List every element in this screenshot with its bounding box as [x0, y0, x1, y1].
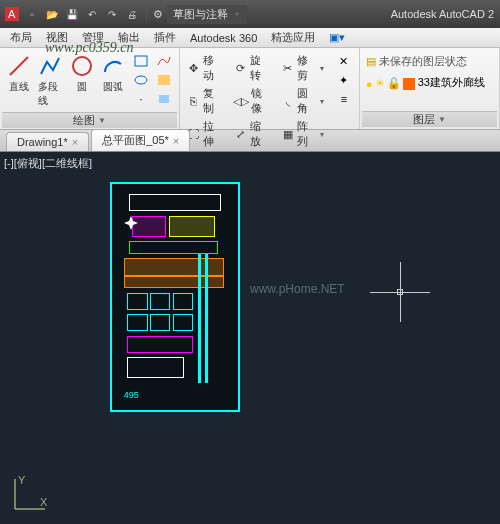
crosshair-cursor [370, 262, 430, 322]
svg-rect-11 [159, 95, 169, 103]
sun-icon[interactable]: ☀ [375, 77, 385, 90]
close-icon[interactable]: × [72, 136, 78, 148]
workspace-label: 草图与注释 [173, 7, 228, 22]
viewport-label[interactable]: [-][俯视][二维线框] [4, 156, 92, 171]
array-button[interactable]: ▦阵列▾ [278, 118, 327, 150]
workspace-selector[interactable]: 草图与注释 ▼ [167, 5, 247, 24]
tab-siteplan[interactable]: 总平面图_05*× [91, 129, 190, 151]
menu-output[interactable]: 输出 [112, 28, 146, 47]
menu-a360[interactable]: Autodesk 360 [184, 30, 263, 46]
svg-point-9 [135, 76, 147, 84]
circle-button[interactable]: 圆 [67, 52, 97, 110]
undo-icon[interactable]: ↶ [84, 6, 100, 22]
svg-rect-8 [135, 56, 147, 66]
rotate-button[interactable]: ⟳旋转 [231, 52, 272, 84]
print-icon[interactable]: 🖨 [124, 6, 140, 22]
rectangle-icon[interactable] [130, 52, 152, 70]
open-icon[interactable]: 📂 [44, 6, 60, 22]
svg-text:A: A [8, 8, 16, 20]
mirror-button[interactable]: ◁▷镜像 [231, 85, 272, 117]
ribbon: 直线 多段线 圆 圆弧 [0, 48, 500, 130]
app-title: Autodesk AutoCAD 2 [391, 8, 494, 20]
layer-color-swatch [403, 78, 415, 90]
menu-layout[interactable]: 布局 [4, 28, 38, 47]
menu-bar: 布局 视图 管理 输出 插件 Autodesk 360 精选应用 ▣▾ [0, 28, 500, 48]
layer-current-label: 33建筑外廊线 [418, 75, 485, 90]
layer-state-label: 未保存的图层状态 [379, 54, 467, 69]
line-label: 直线 [9, 80, 29, 94]
offset-icon[interactable]: ≡ [333, 90, 355, 108]
arc-button[interactable]: 圆弧 [99, 52, 129, 110]
watermark-canvas: www.pHome.NET [250, 282, 345, 296]
separator [146, 6, 147, 22]
erase-icon[interactable]: ✕ [333, 52, 355, 70]
svg-rect-10 [158, 75, 170, 85]
stretch-button[interactable]: ⛶拉伸 [184, 118, 225, 150]
move-button[interactable]: ✥移动 [184, 52, 225, 84]
menu-manage[interactable]: 管理 [76, 28, 110, 47]
explode-icon[interactable]: ✦ [333, 71, 355, 89]
hatch-icon[interactable] [153, 71, 175, 89]
menu-featured[interactable]: 精选应用 [265, 28, 321, 47]
drawing-scale-text: 495 [124, 390, 139, 400]
tab-drawing1[interactable]: Drawing1*× [6, 132, 89, 151]
region-icon[interactable] [153, 90, 175, 108]
scale-button[interactable]: ⤢缩放 [231, 118, 272, 150]
polyline-label: 多段线 [38, 80, 64, 108]
close-icon[interactable]: × [173, 135, 179, 147]
polyline-button[interactable]: 多段线 [36, 52, 66, 110]
layer-state-row[interactable]: ▤ 未保存的图层状态 [364, 52, 495, 71]
redo-icon[interactable]: ↷ [104, 6, 120, 22]
svg-point-7 [73, 57, 91, 75]
circle-label: 圆 [77, 80, 87, 94]
bulb-icon[interactable]: ● [366, 78, 373, 90]
gear-icon[interactable]: ⚙ [153, 8, 163, 21]
ribbon-panel-modify: ✥移动 ⎘复制 ⛶拉伸 ⟳旋转 ◁▷镜像 ⤢缩放 ✂修剪▾ ◟圆角▾ ▦阵列▾ … [180, 48, 360, 129]
title-bar: A ▫ 📂 💾 ↶ ↷ 🖨 ⚙ 草图与注释 ▼ Autodesk AutoCAD… [0, 0, 500, 28]
copy-button[interactable]: ⎘复制 [184, 85, 225, 117]
drawing-canvas[interactable]: [-][俯视][二维线框] 495 XY www.pHome.NET [0, 152, 500, 524]
trim-button[interactable]: ✂修剪▾ [278, 52, 327, 84]
svg-text:Y: Y [18, 474, 26, 486]
point-icon[interactable]: · [130, 90, 152, 108]
menu-view[interactable]: 视图 [40, 28, 74, 47]
svg-line-6 [10, 57, 28, 75]
draw-panel-title[interactable]: 绘图▼ [2, 112, 177, 128]
arc-label: 圆弧 [103, 80, 123, 94]
ellipse-icon[interactable] [130, 71, 152, 89]
menu-plugins[interactable]: 插件 [148, 28, 182, 47]
layer-panel-title[interactable]: 图层▼ [362, 111, 497, 127]
spline-icon[interactable] [153, 52, 175, 70]
chevron-down-icon: ▼ [233, 10, 241, 19]
fillet-button[interactable]: ◟圆角▾ [278, 85, 327, 117]
new-icon[interactable]: ▫ [24, 6, 40, 22]
draw-small-grid: · [130, 52, 175, 110]
menu-expand-icon[interactable]: ▣▾ [323, 29, 351, 46]
ucs-icon[interactable]: XY [10, 474, 50, 514]
svg-text:X: X [40, 496, 48, 508]
ribbon-panel-layer: ▤ 未保存的图层状态 ● ☀ 🔓 33建筑外廊线 图层▼ [360, 48, 500, 129]
drawing-viewport[interactable]: 495 [110, 182, 240, 412]
ribbon-panel-draw: 直线 多段线 圆 圆弧 [0, 48, 180, 129]
lock-icon[interactable]: 🔓 [387, 77, 401, 90]
line-button[interactable]: 直线 [4, 52, 34, 110]
layer-props-icon[interactable]: ▤ [366, 55, 376, 68]
save-icon[interactable]: 💾 [64, 6, 80, 22]
layer-current-row[interactable]: ● ☀ 🔓 33建筑外廊线 [364, 73, 495, 92]
quick-access-toolbar: A ▫ 📂 💾 ↶ ↷ 🖨 ⚙ 草图与注释 ▼ [4, 5, 247, 24]
app-menu-icon[interactable]: A [4, 6, 20, 22]
